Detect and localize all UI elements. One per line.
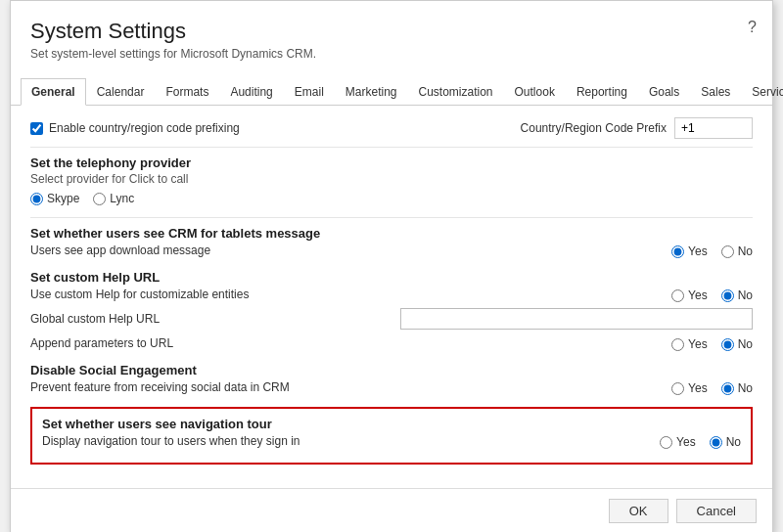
global-url-row: Global custom Help URL bbox=[30, 308, 753, 330]
system-settings-dialog: System Settings Set system-level setting… bbox=[10, 0, 773, 532]
tablets-yes-label: Yes bbox=[688, 244, 708, 258]
custom-help-heading: Set custom Help URL bbox=[30, 270, 753, 285]
append-params-radio-group: Yes No bbox=[671, 337, 753, 351]
telephony-lync-label: Lync bbox=[110, 192, 134, 205]
tab-formats[interactable]: Formats bbox=[155, 78, 219, 106]
social-engagement-row: Prevent feature from receiving social da… bbox=[30, 379, 753, 395]
help-icon[interactable]: ? bbox=[748, 19, 757, 36]
append-params-no-radio[interactable] bbox=[721, 338, 734, 351]
telephony-sub: Select provider for Click to call bbox=[30, 172, 753, 186]
global-url-label: Global custom Help URL bbox=[30, 312, 160, 326]
telephony-radio-group: Skype Lync bbox=[30, 192, 753, 205]
append-params-yes-option[interactable]: Yes bbox=[671, 337, 708, 351]
telephony-skype-option[interactable]: Skype bbox=[30, 192, 79, 205]
ok-button[interactable]: OK bbox=[609, 499, 668, 523]
nav-tour-no-option[interactable]: No bbox=[710, 435, 741, 449]
tablets-no-radio[interactable] bbox=[721, 245, 734, 258]
telephony-skype-label: Skype bbox=[47, 192, 79, 205]
country-code-row: Country/Region Code Prefix bbox=[521, 117, 753, 139]
tab-sales[interactable]: Sales bbox=[690, 78, 741, 106]
navigation-tour-label: Display navigation tour to users when th… bbox=[42, 434, 299, 448]
divider-1 bbox=[30, 147, 753, 148]
navigation-tour-radio-group: Yes No bbox=[660, 435, 741, 449]
tab-calendar[interactable]: Calendar bbox=[86, 78, 156, 106]
custom-help-entities-no-label: No bbox=[738, 288, 753, 302]
social-yes-label: Yes bbox=[688, 381, 708, 395]
tab-general[interactable]: General bbox=[21, 78, 86, 106]
custom-help-entities-yes-option[interactable]: Yes bbox=[671, 288, 708, 302]
tab-reporting[interactable]: Reporting bbox=[566, 78, 638, 106]
navigation-tour-heading: Set whether users see navigation tour bbox=[42, 417, 741, 431]
custom-help-entities-no-option[interactable]: No bbox=[721, 288, 753, 302]
top-row: Enable country/region code prefixing Cou… bbox=[30, 117, 753, 139]
country-code-input[interactable] bbox=[674, 117, 753, 139]
custom-help-entities-no-radio[interactable] bbox=[721, 289, 734, 302]
social-engagement-label: Prevent feature from receiving social da… bbox=[30, 380, 290, 394]
tablets-section: Set whether users see CRM for tablets me… bbox=[30, 226, 753, 258]
telephony-heading: Set the telephony provider bbox=[30, 155, 753, 170]
dialog-header: System Settings Set system-level setting… bbox=[11, 1, 772, 68]
custom-help-entities-row: Use custom Help for customizable entitie… bbox=[30, 287, 753, 302]
tab-goals[interactable]: Goals bbox=[638, 78, 690, 106]
append-params-yes-label: Yes bbox=[688, 337, 708, 351]
tab-customization[interactable]: Customization bbox=[408, 78, 504, 106]
tablets-label: Users see app download message bbox=[30, 244, 210, 257]
telephony-lync-radio[interactable] bbox=[93, 193, 106, 205]
enable-prefix-checkbox[interactable] bbox=[30, 122, 43, 135]
dialog-subtitle: Set system-level settings for Microsoft … bbox=[30, 47, 753, 61]
telephony-lync-option[interactable]: Lync bbox=[93, 192, 134, 205]
tab-email[interactable]: Email bbox=[284, 78, 335, 106]
dialog-title: System Settings bbox=[30, 19, 753, 44]
navigation-tour-section: Set whether users see navigation tour Di… bbox=[30, 407, 753, 465]
social-no-radio[interactable] bbox=[721, 382, 734, 395]
social-no-option[interactable]: No bbox=[721, 381, 753, 395]
tablets-no-label: No bbox=[738, 244, 753, 258]
tablets-heading: Set whether users see CRM for tablets me… bbox=[30, 226, 753, 241]
nav-tour-yes-option[interactable]: Yes bbox=[660, 435, 696, 449]
append-params-row: Append parameters to URL Yes No bbox=[30, 335, 753, 351]
tab-outlook[interactable]: Outlook bbox=[504, 78, 566, 106]
append-params-label: Append parameters to URL bbox=[30, 336, 173, 350]
append-params-yes-radio[interactable] bbox=[671, 338, 684, 351]
custom-help-section: Set custom Help URL Use custom Help for … bbox=[30, 270, 753, 351]
tablets-row: Users see app download message Yes No bbox=[30, 243, 753, 258]
tab-auditing[interactable]: Auditing bbox=[219, 78, 283, 106]
tabs-bar: General Calendar Formats Auditing Email … bbox=[11, 78, 772, 106]
social-yes-option[interactable]: Yes bbox=[671, 381, 708, 395]
tab-marketing[interactable]: Marketing bbox=[335, 78, 408, 106]
custom-help-entities-radio-group: Yes No bbox=[671, 288, 753, 302]
nav-tour-yes-label: Yes bbox=[676, 435, 696, 449]
divider-2 bbox=[30, 217, 753, 218]
nav-tour-yes-radio[interactable] bbox=[660, 436, 672, 449]
append-params-no-option[interactable]: No bbox=[721, 337, 753, 351]
telephony-section: Set the telephony provider Select provid… bbox=[30, 155, 753, 205]
custom-help-entities-label: Use custom Help for customizable entitie… bbox=[30, 288, 249, 301]
social-engagement-heading: Disable Social Engagement bbox=[30, 363, 753, 377]
global-url-input[interactable] bbox=[400, 308, 753, 330]
country-code-label: Country/Region Code Prefix bbox=[521, 121, 667, 135]
tablets-yes-radio[interactable] bbox=[671, 245, 684, 258]
checkbox-row: Enable country/region code prefixing bbox=[30, 121, 240, 135]
telephony-skype-radio[interactable] bbox=[30, 193, 43, 205]
custom-help-entities-yes-radio[interactable] bbox=[671, 289, 684, 302]
navigation-tour-row: Display navigation tour to users when th… bbox=[42, 433, 741, 449]
nav-tour-no-radio[interactable] bbox=[710, 436, 722, 449]
social-no-label: No bbox=[738, 381, 753, 395]
tablets-radio-group: Yes No bbox=[671, 244, 753, 258]
custom-help-entities-yes-label: Yes bbox=[688, 288, 708, 302]
append-params-no-label: No bbox=[738, 337, 753, 351]
content-area: Enable country/region code prefixing Cou… bbox=[11, 106, 772, 488]
social-engagement-section: Disable Social Engagement Prevent featur… bbox=[30, 363, 753, 395]
social-yes-radio[interactable] bbox=[671, 382, 684, 395]
tab-service[interactable]: Service bbox=[741, 78, 783, 106]
enable-prefix-label: Enable country/region code prefixing bbox=[49, 121, 240, 135]
social-engagement-radio-group: Yes No bbox=[671, 381, 753, 395]
tablets-no-option[interactable]: No bbox=[721, 244, 753, 258]
cancel-button[interactable]: Cancel bbox=[676, 499, 757, 523]
nav-tour-no-label: No bbox=[726, 435, 741, 449]
tablets-yes-option[interactable]: Yes bbox=[671, 244, 708, 258]
dialog-footer: OK Cancel bbox=[11, 488, 772, 532]
